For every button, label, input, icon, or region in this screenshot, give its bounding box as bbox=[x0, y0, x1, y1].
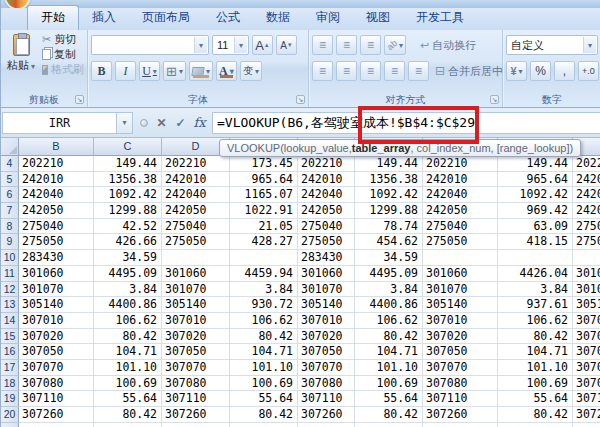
grid-cell[interactable]: 242040 bbox=[298, 187, 355, 203]
grid-cell[interactable]: 307080 bbox=[298, 376, 355, 392]
row-header[interactable]: 20 bbox=[1, 407, 19, 423]
grid-cell[interactable]: 307050 bbox=[298, 344, 355, 360]
grid-cell[interactable]: 307010 bbox=[19, 313, 94, 329]
grid-cell[interactable]: 307070 bbox=[162, 360, 230, 376]
grid-cell[interactable] bbox=[19, 423, 94, 427]
borders-button[interactable] bbox=[163, 61, 186, 81]
font-name-combo[interactable] bbox=[91, 35, 209, 55]
ribbon-tab-4[interactable]: 数据 bbox=[253, 6, 303, 30]
grid-cell[interactable]: 275040 bbox=[423, 219, 498, 235]
align-middle-button[interactable] bbox=[336, 35, 357, 55]
grow-font-button[interactable]: A▲ bbox=[252, 35, 273, 55]
grid-cell[interactable]: 301070 bbox=[19, 282, 94, 298]
orientation-button[interactable]: ab bbox=[384, 35, 406, 55]
grid-cell[interactable]: 4400.86 bbox=[355, 297, 423, 313]
grid-cell[interactable]: 242050 bbox=[162, 203, 230, 219]
grid-cell[interactable]: 305140 bbox=[298, 297, 355, 313]
grid-cell[interactable]: 173.45 bbox=[230, 156, 298, 172]
grid-cell[interactable] bbox=[298, 423, 355, 427]
grid-cell[interactable]: 106.62 bbox=[498, 313, 573, 329]
grid-cell[interactable]: 307110 bbox=[19, 391, 94, 407]
row-header[interactable]: 17 bbox=[1, 360, 19, 376]
grid-cell[interactable]: 275040 bbox=[19, 219, 94, 235]
ribbon-tab-5[interactable]: 审阅 bbox=[303, 6, 353, 30]
grid-cell[interactable]: 418.15 bbox=[498, 234, 573, 250]
grid-cell[interactable]: 202210 bbox=[162, 156, 230, 172]
bold-button[interactable]: B bbox=[91, 61, 112, 81]
grid-cell[interactable]: 305140 bbox=[162, 297, 230, 313]
grid-cell[interactable]: 34.59 bbox=[355, 250, 423, 266]
grid-cell[interactable]: 4426.04 bbox=[498, 266, 573, 282]
grid-cell[interactable]: 101.10 bbox=[498, 360, 573, 376]
grid-cell[interactable] bbox=[355, 423, 423, 427]
grid-cell[interactable]: 1299.88 bbox=[94, 203, 162, 219]
grid-cell[interactable]: 80.42 bbox=[498, 329, 573, 345]
grid-cell[interactable]: 307020 bbox=[19, 329, 94, 345]
copy-button[interactable]: 复制 bbox=[40, 47, 84, 62]
grid-cell[interactable]: 275040 bbox=[573, 219, 600, 235]
grid-cell[interactable]: 307070 bbox=[19, 360, 94, 376]
grid-cell[interactable]: 80.42 bbox=[355, 329, 423, 345]
grid-cell[interactable]: 1092.42 bbox=[355, 187, 423, 203]
grid-cell[interactable]: 301060 bbox=[162, 266, 230, 282]
grid-cell[interactable]: 104.71 bbox=[355, 344, 423, 360]
grid-cell[interactable]: 937.61 bbox=[498, 297, 573, 313]
grid-cell[interactable]: 275040 bbox=[162, 219, 230, 235]
grid-cell[interactable]: 307020 bbox=[298, 329, 355, 345]
grid-cell[interactable]: 242040 bbox=[423, 187, 498, 203]
ribbon-tab-2[interactable]: 页面布局 bbox=[129, 6, 203, 30]
grid-cell[interactable]: 55.64 bbox=[230, 391, 298, 407]
grid-cell[interactable]: 1092.42 bbox=[498, 187, 573, 203]
grid-cell[interactable]: 965.64 bbox=[498, 172, 573, 188]
grid-cell[interactable]: 242010 bbox=[298, 172, 355, 188]
insert-function-button[interactable]: fx bbox=[191, 115, 208, 130]
grid-cell[interactable]: 80.42 bbox=[94, 329, 162, 345]
row-header[interactable]: 5 bbox=[1, 172, 19, 188]
font-color-button[interactable]: A bbox=[216, 61, 237, 81]
grid-cell[interactable]: 275050 bbox=[573, 234, 600, 250]
wrap-text-button[interactable]: 自动换行 bbox=[417, 35, 479, 55]
italic-button[interactable]: I bbox=[115, 61, 136, 81]
accounting-format-button[interactable] bbox=[506, 61, 527, 81]
enter-button[interactable]: ✓ bbox=[172, 116, 189, 130]
grid-cell[interactable]: 4459.94 bbox=[230, 266, 298, 282]
alignment-dialog-launcher-icon[interactable] bbox=[490, 95, 499, 104]
grid-cell[interactable]: 969.42 bbox=[498, 203, 573, 219]
row-header[interactable]: 12 bbox=[1, 282, 19, 298]
grid-cell[interactable]: 305140 bbox=[423, 297, 498, 313]
grid-cell[interactable] bbox=[230, 250, 298, 266]
grid-cell[interactable]: 42.52 bbox=[94, 219, 162, 235]
phonetic-guide-button[interactable]: 变 bbox=[240, 61, 262, 81]
row-header[interactable] bbox=[1, 423, 19, 427]
grid-cell[interactable]: 80.42 bbox=[355, 407, 423, 423]
grid-cell[interactable]: 149.44 bbox=[498, 156, 573, 172]
grid-cell[interactable]: 4400.86 bbox=[94, 297, 162, 313]
grid-cell[interactable]: 104.71 bbox=[94, 344, 162, 360]
grid-cell[interactable]: 55.64 bbox=[355, 391, 423, 407]
grid-cell[interactable]: 78.74 bbox=[355, 219, 423, 235]
grid-cell[interactable]: 104.71 bbox=[498, 344, 573, 360]
grid-cell[interactable]: 242040 bbox=[19, 187, 94, 203]
grid-cell[interactable]: 3.84 bbox=[498, 282, 573, 298]
grid-cell[interactable]: 1022.91 bbox=[230, 203, 298, 219]
grid-cell[interactable]: 242050 bbox=[298, 203, 355, 219]
grid-cell[interactable]: 307070 bbox=[298, 360, 355, 376]
grid-cell[interactable] bbox=[498, 250, 573, 266]
grid-cell[interactable]: 930.72 bbox=[230, 297, 298, 313]
grid-cell[interactable]: 55.64 bbox=[94, 391, 162, 407]
grid-cell[interactable]: 34.59 bbox=[94, 250, 162, 266]
grid-cell[interactable] bbox=[162, 250, 230, 266]
grid-cell[interactable]: 242010 bbox=[423, 172, 498, 188]
grid-cell[interactable]: 305140 bbox=[19, 297, 94, 313]
row-header[interactable]: 4 bbox=[1, 156, 19, 172]
ribbon-tab-6[interactable]: 视图 bbox=[353, 6, 403, 30]
grid-cell[interactable]: 1165.07 bbox=[230, 187, 298, 203]
row-header[interactable]: 13 bbox=[1, 297, 19, 313]
row-header[interactable]: 18 bbox=[1, 376, 19, 392]
grid-cell[interactable]: 307050 bbox=[573, 344, 600, 360]
row-header[interactable]: 6 bbox=[1, 187, 19, 203]
grid-cell[interactable]: 202210 bbox=[298, 156, 355, 172]
grid-cell[interactable]: 106.62 bbox=[230, 313, 298, 329]
grid-cell[interactable]: 100.69 bbox=[230, 376, 298, 392]
select-all-corner[interactable] bbox=[1, 138, 19, 156]
